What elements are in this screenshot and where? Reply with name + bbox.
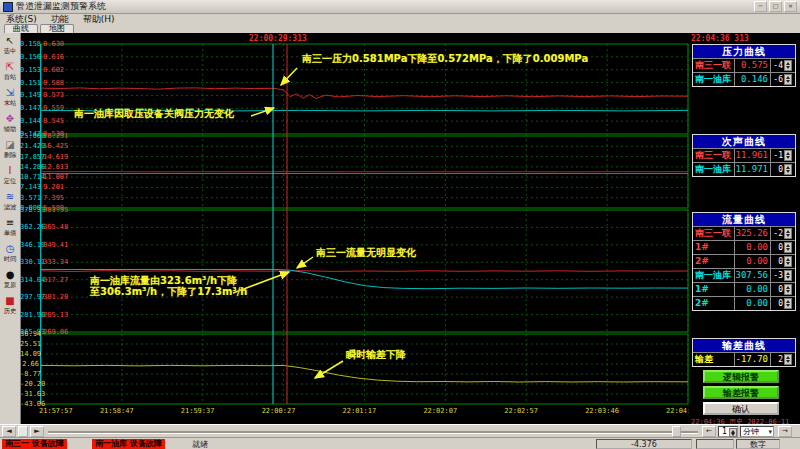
interval-spin-icon[interactable] [729, 428, 737, 437]
time-slider-track[interactable] [48, 431, 698, 434]
curve-row: 1#0.000 [693, 240, 795, 254]
axis-tick-label: 0.588 [43, 80, 64, 87]
curve-value: 0.00 [735, 255, 771, 268]
axis-tick-label: 314.04 [20, 277, 39, 284]
toolbar-button-end-station[interactable]: ⇲末站 [0, 87, 20, 113]
curve-row: 南一油库11.9710 [693, 162, 795, 176]
alarm-badge-nanyi[interactable]: 南一油库 设备故障 [92, 439, 165, 449]
auxiliary-icon: ✥ [6, 113, 14, 125]
axis-tick-label: 17.857 [20, 154, 39, 161]
curve-row: 2#0.000 [693, 254, 795, 268]
curve-value: 11.961 [735, 149, 771, 162]
axis-tick-label: 9.201 [43, 184, 64, 191]
status-value: -4.376 [596, 439, 692, 449]
curve-label: 南一油库 [693, 269, 735, 282]
offset-spinner[interactable] [784, 164, 792, 175]
curve-label: 输差 [693, 353, 735, 366]
first-station-icon: ⇱ [6, 61, 14, 73]
curve-row: 1#0.000 [693, 282, 795, 296]
axis-tick-label: 36.94 [20, 331, 39, 338]
toolbar-button-restore[interactable]: ●复原 [0, 269, 20, 295]
curve-value: 0.00 [735, 283, 771, 296]
toolbar-label: 首站 [4, 73, 17, 80]
curve-offset: 0 [771, 163, 784, 176]
curve-label: 2# [693, 297, 735, 310]
step-forward-icon[interactable]: ► [30, 426, 44, 437]
offset-spinner[interactable] [784, 298, 792, 309]
axis-tick-label: 21.429 [20, 143, 39, 150]
nav-spacer [18, 426, 28, 437]
toolbar-button-eraser[interactable]: ◪删除 [0, 139, 20, 165]
status-bar: 南三一 设备故障 南一油库 设备故障 就绪 -4.376 数字 [0, 437, 800, 449]
app-icon [3, 2, 13, 12]
time-slider-thumb[interactable] [672, 426, 681, 437]
offset-spinner[interactable] [784, 60, 792, 71]
toolbar-button-clock[interactable]: ◷时间 [0, 243, 20, 269]
window-title: 管道泄漏监测预警系统 [16, 0, 106, 13]
alarm-badge-nansanyi[interactable]: 南三一 设备故障 [2, 439, 67, 449]
axis-tick-label: 0.573 [43, 92, 64, 99]
axis-tick-label: 365.48 [43, 224, 68, 231]
axis-tick-label: 11.007 [43, 174, 68, 181]
offset-spinner[interactable] [784, 256, 792, 267]
axis-tick-label: 7.395 [43, 195, 64, 202]
annotation-diff-drop: 瞬时输差下降 [346, 349, 406, 360]
offset-spinner[interactable] [784, 74, 792, 85]
toolbar-label: 滤波 [4, 203, 17, 210]
toolbar-button-locate[interactable]: Ι定位 [0, 165, 20, 191]
offset-spinner[interactable] [784, 150, 792, 161]
curve-label: 南一油库 [693, 163, 735, 176]
curve-value: 0.00 [735, 241, 771, 254]
toolbar-button-single-value[interactable]: ≡单值 [0, 217, 20, 243]
toolbar-button-auxiliary[interactable]: ✥辅助 [0, 113, 20, 139]
curve-offset: 0 [771, 241, 784, 254]
offset-spinner[interactable] [784, 270, 792, 281]
axis-tick-label: 0.616 [43, 54, 64, 61]
axis-tick-label: 16.425 [43, 143, 68, 150]
maximize-icon[interactable]: □ [769, 1, 782, 12]
curve-label: 1# [693, 283, 735, 296]
interval-value: 1 [722, 427, 727, 436]
toolbar-button-cursor[interactable]: ↖选中 [0, 35, 20, 61]
offset-spinner[interactable] [784, 242, 792, 253]
offset-spinner[interactable] [784, 354, 792, 365]
close-icon[interactable]: × [784, 1, 797, 12]
time-navigation-bar: ◄ ► ← 1 分钟 → [0, 424, 800, 438]
minimize-icon[interactable]: ─ [754, 1, 767, 12]
step-back-icon[interactable]: ◄ [2, 426, 16, 437]
logic-alarm-button[interactable]: 逻辑报警 [703, 370, 779, 383]
toolbar-label: 辅助 [4, 125, 17, 132]
axis-tick-label: 281.90 [20, 312, 39, 319]
tab-curve[interactable]: 曲线 [4, 24, 38, 33]
offset-spinner[interactable] [784, 284, 792, 295]
axis-tick-label: 10.714 [20, 174, 39, 181]
curve-table-title: 流量曲线 [693, 213, 795, 226]
axis-tick-label: 0.630 [43, 41, 64, 48]
axis-tick-label: -8.77 [20, 371, 39, 378]
curve-offset: -6 [771, 73, 784, 86]
toolbar-button-filter[interactable]: ≋滤波 [0, 191, 20, 217]
pan-left-icon[interactable]: ← [702, 426, 716, 437]
axis-tick-label: 301.20 [43, 294, 68, 301]
curve-offset: 0 [771, 297, 784, 310]
tab-map[interactable]: 地图 [40, 24, 74, 33]
offset-spinner[interactable] [784, 228, 792, 239]
curve-value: 307.56 [735, 269, 771, 282]
single-value-icon: ≡ [6, 217, 14, 229]
toolbar-label: 删除 [4, 151, 17, 158]
annotation-depot-pressure: 南一油库因取压设备关阀压力无变化 [74, 108, 234, 119]
axis-tick-label: 12.813 [43, 164, 68, 171]
pan-right-icon[interactable]: → [778, 426, 792, 437]
diff-alarm-button[interactable]: 输差报警 [703, 386, 779, 399]
toolbar-label: 历史 [4, 307, 17, 314]
confirm-button[interactable]: 确认 [703, 402, 779, 415]
axis-tick-label: 381.55 [43, 207, 68, 214]
axis-tick-label: 349.41 [43, 242, 68, 249]
toolbar-button-history[interactable]: ■历史 [0, 295, 20, 321]
interval-unit-select[interactable]: 分钟 [740, 426, 774, 437]
interval-stepper[interactable]: 1 [718, 426, 738, 437]
curve-value: 0.146 [735, 73, 771, 86]
toolbar-button-first-station[interactable]: ⇱首站 [0, 61, 20, 87]
curve-table-2: 次声曲线南三一联11.961-1南一油库11.9710 [692, 134, 796, 177]
eraser-icon: ◪ [5, 139, 14, 151]
